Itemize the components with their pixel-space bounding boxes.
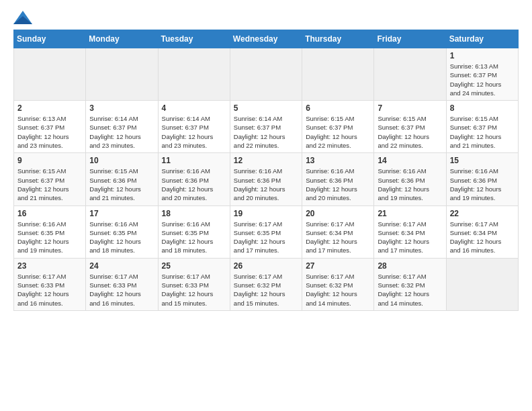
calendar-cell: 12Sunrise: 6:16 AM Sunset: 6:36 PM Dayli… [230, 153, 302, 205]
day-number: 20 [306, 209, 370, 218]
calendar-cell [302, 48, 374, 101]
weekday-header-sunday: Sunday [14, 30, 86, 48]
calendar-cell: 17Sunrise: 6:16 AM Sunset: 6:35 PM Dayli… [86, 205, 158, 258]
day-info: Sunrise: 6:15 AM Sunset: 6:36 PM Dayligh… [89, 167, 154, 202]
day-number: 22 [450, 209, 515, 218]
logo [13, 11, 35, 24]
day-number: 10 [89, 156, 154, 165]
day-number: 28 [378, 261, 442, 271]
calendar-week-1: 1Sunrise: 6:13 AM Sunset: 6:37 PM Daylig… [14, 48, 519, 101]
day-info: Sunrise: 6:16 AM Sunset: 6:36 PM Dayligh… [306, 167, 370, 202]
calendar-cell: 10Sunrise: 6:15 AM Sunset: 6:36 PM Dayli… [86, 153, 158, 205]
day-info: Sunrise: 6:17 AM Sunset: 6:33 PM Dayligh… [89, 272, 154, 308]
weekday-header-friday: Friday [374, 30, 446, 48]
day-number: 23 [17, 261, 82, 271]
day-number: 24 [89, 261, 154, 271]
day-info: Sunrise: 6:17 AM Sunset: 6:35 PM Dayligh… [234, 220, 298, 255]
calendar-cell: 21Sunrise: 6:17 AM Sunset: 6:34 PM Dayli… [374, 205, 446, 258]
day-number: 2 [17, 103, 82, 113]
day-info: Sunrise: 6:16 AM Sunset: 6:35 PM Dayligh… [162, 220, 226, 255]
calendar-cell: 9Sunrise: 6:15 AM Sunset: 6:37 PM Daylig… [14, 153, 86, 205]
calendar-cell: 15Sunrise: 6:16 AM Sunset: 6:36 PM Dayli… [446, 153, 518, 205]
day-number: 7 [378, 103, 442, 113]
calendar-header-row: SundayMondayTuesdayWednesdayThursdayFrid… [14, 30, 519, 48]
day-number: 21 [378, 209, 442, 218]
calendar-cell: 19Sunrise: 6:17 AM Sunset: 6:35 PM Dayli… [230, 205, 302, 258]
day-info: Sunrise: 6:15 AM Sunset: 6:37 PM Dayligh… [17, 167, 82, 202]
calendar-cell: 7Sunrise: 6:15 AM Sunset: 6:37 PM Daylig… [374, 101, 446, 153]
calendar-cell [158, 48, 230, 101]
weekday-header-saturday: Saturday [446, 30, 518, 48]
calendar-week-3: 9Sunrise: 6:15 AM Sunset: 6:37 PM Daylig… [14, 153, 519, 205]
calendar-cell [230, 48, 302, 101]
calendar-cell: 16Sunrise: 6:16 AM Sunset: 6:35 PM Dayli… [14, 205, 86, 258]
day-info: Sunrise: 6:14 AM Sunset: 6:37 PM Dayligh… [162, 114, 226, 150]
weekday-header-tuesday: Tuesday [158, 30, 230, 48]
day-number: 8 [450, 103, 515, 113]
day-info: Sunrise: 6:16 AM Sunset: 6:36 PM Dayligh… [378, 167, 442, 202]
day-number: 11 [162, 156, 226, 165]
day-info: Sunrise: 6:15 AM Sunset: 6:37 PM Dayligh… [306, 114, 370, 150]
calendar-cell: 14Sunrise: 6:16 AM Sunset: 6:36 PM Dayli… [374, 153, 446, 205]
calendar-cell: 28Sunrise: 6:17 AM Sunset: 6:32 PM Dayli… [374, 258, 446, 310]
calendar-cell: 23Sunrise: 6:17 AM Sunset: 6:33 PM Dayli… [14, 258, 86, 310]
calendar-cell: 25Sunrise: 6:17 AM Sunset: 6:33 PM Dayli… [158, 258, 230, 310]
day-number: 9 [17, 156, 82, 165]
day-number: 25 [162, 261, 226, 271]
day-number: 1 [450, 51, 515, 60]
day-number: 13 [306, 156, 370, 165]
weekday-header-monday: Monday [86, 30, 158, 48]
day-number: 5 [234, 103, 298, 113]
day-number: 3 [89, 103, 154, 113]
logo-icon [13, 11, 32, 24]
day-number: 16 [17, 209, 82, 218]
day-info: Sunrise: 6:14 AM Sunset: 6:37 PM Dayligh… [234, 114, 298, 150]
day-info: Sunrise: 6:15 AM Sunset: 6:37 PM Dayligh… [450, 114, 515, 150]
day-number: 4 [162, 103, 226, 113]
day-number: 6 [306, 103, 370, 113]
calendar-cell: 8Sunrise: 6:15 AM Sunset: 6:37 PM Daylig… [446, 101, 518, 153]
page-header [13, 11, 519, 24]
day-info: Sunrise: 6:17 AM Sunset: 6:33 PM Dayligh… [17, 272, 82, 308]
day-info: Sunrise: 6:16 AM Sunset: 6:35 PM Dayligh… [17, 220, 82, 255]
calendar: SundayMondayTuesdayWednesdayThursdayFrid… [13, 30, 519, 311]
day-number: 12 [234, 156, 298, 165]
weekday-header-thursday: Thursday [302, 30, 374, 48]
calendar-cell: 3Sunrise: 6:14 AM Sunset: 6:37 PM Daylig… [86, 101, 158, 153]
day-number: 26 [234, 261, 298, 271]
calendar-cell: 24Sunrise: 6:17 AM Sunset: 6:33 PM Dayli… [86, 258, 158, 310]
calendar-cell: 13Sunrise: 6:16 AM Sunset: 6:36 PM Dayli… [302, 153, 374, 205]
day-number: 18 [162, 209, 226, 218]
calendar-cell: 27Sunrise: 6:17 AM Sunset: 6:32 PM Dayli… [302, 258, 374, 310]
calendar-cell: 2Sunrise: 6:13 AM Sunset: 6:37 PM Daylig… [14, 101, 86, 153]
day-info: Sunrise: 6:14 AM Sunset: 6:37 PM Dayligh… [89, 114, 154, 150]
day-number: 19 [234, 209, 298, 218]
day-info: Sunrise: 6:16 AM Sunset: 6:35 PM Dayligh… [89, 220, 154, 255]
day-info: Sunrise: 6:17 AM Sunset: 6:32 PM Dayligh… [378, 272, 442, 308]
calendar-body: 1Sunrise: 6:13 AM Sunset: 6:37 PM Daylig… [14, 48, 519, 311]
weekday-header-wednesday: Wednesday [230, 30, 302, 48]
day-info: Sunrise: 6:16 AM Sunset: 6:36 PM Dayligh… [450, 167, 515, 202]
day-number: 15 [450, 156, 515, 165]
day-info: Sunrise: 6:16 AM Sunset: 6:36 PM Dayligh… [234, 167, 298, 202]
day-info: Sunrise: 6:17 AM Sunset: 6:33 PM Dayligh… [162, 272, 226, 308]
day-info: Sunrise: 6:13 AM Sunset: 6:37 PM Dayligh… [17, 114, 82, 150]
calendar-week-4: 16Sunrise: 6:16 AM Sunset: 6:35 PM Dayli… [14, 205, 519, 258]
calendar-cell: 6Sunrise: 6:15 AM Sunset: 6:37 PM Daylig… [302, 101, 374, 153]
calendar-cell: 20Sunrise: 6:17 AM Sunset: 6:34 PM Dayli… [302, 205, 374, 258]
day-info: Sunrise: 6:17 AM Sunset: 6:34 PM Dayligh… [450, 220, 515, 255]
calendar-week-5: 23Sunrise: 6:17 AM Sunset: 6:33 PM Dayli… [14, 258, 519, 310]
calendar-week-2: 2Sunrise: 6:13 AM Sunset: 6:37 PM Daylig… [14, 101, 519, 153]
day-number: 17 [89, 209, 154, 218]
calendar-cell: 26Sunrise: 6:17 AM Sunset: 6:32 PM Dayli… [230, 258, 302, 310]
calendar-cell: 4Sunrise: 6:14 AM Sunset: 6:37 PM Daylig… [158, 101, 230, 153]
day-info: Sunrise: 6:17 AM Sunset: 6:32 PM Dayligh… [306, 272, 370, 308]
day-number: 27 [306, 261, 370, 271]
day-number: 14 [378, 156, 442, 165]
calendar-cell: 11Sunrise: 6:16 AM Sunset: 6:36 PM Dayli… [158, 153, 230, 205]
calendar-cell [446, 258, 518, 310]
day-info: Sunrise: 6:13 AM Sunset: 6:37 PM Dayligh… [450, 62, 515, 97]
day-info: Sunrise: 6:17 AM Sunset: 6:32 PM Dayligh… [234, 272, 298, 308]
day-info: Sunrise: 6:15 AM Sunset: 6:37 PM Dayligh… [378, 114, 442, 150]
calendar-cell: 5Sunrise: 6:14 AM Sunset: 6:37 PM Daylig… [230, 101, 302, 153]
